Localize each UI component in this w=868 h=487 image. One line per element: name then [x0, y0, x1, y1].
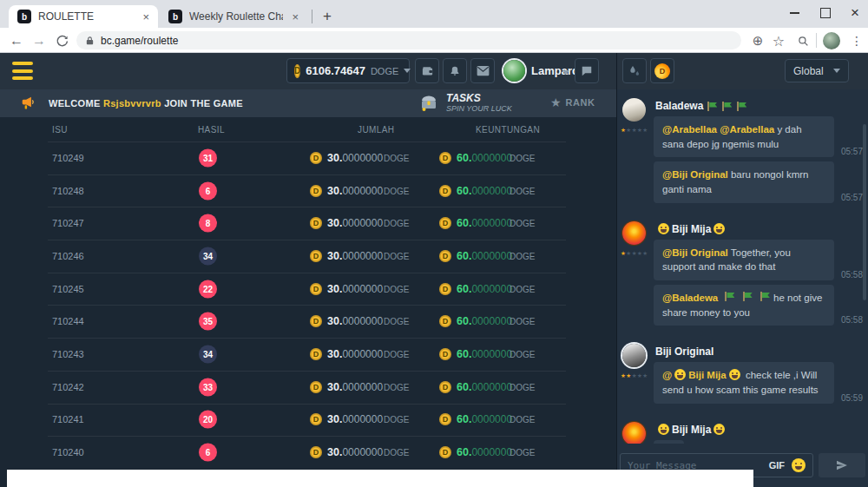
user-mention[interactable]: @Baladewa: [662, 293, 718, 303]
user-mention[interactable]: @Biji Original: [662, 247, 728, 258]
doge-coin-icon: [439, 381, 451, 393]
user-mention[interactable]: @Biji Mija: [662, 370, 743, 380]
balance-selector[interactable]: 6106.74647 DOGE: [286, 58, 410, 83]
search-extension-icon[interactable]: [793, 31, 812, 50]
gif-button[interactable]: GIF: [769, 460, 785, 471]
round-id: 710248: [52, 186, 84, 196]
avatar[interactable]: [622, 422, 646, 444]
tab-title: ROULETTE: [38, 10, 94, 23]
chat-username[interactable]: Biji Mija: [672, 223, 711, 235]
chat-message-list: ★★★★★ Baladewa @Arabellaa @Arabel: [617, 89, 868, 444]
round-id: 710241: [52, 414, 84, 424]
doge-coin-icon: [439, 185, 451, 197]
bet-amount: 30.0000000: [327, 185, 383, 197]
result-badge: 6: [199, 444, 217, 462]
browser-profile-avatar[interactable]: [823, 32, 840, 49]
bcgame-page: 6106.74647 DOGE Lampard: [0, 53, 868, 487]
user-mention[interactable]: @Biji Original: [662, 169, 728, 180]
bet-amount: 30.0000000: [327, 217, 383, 229]
rank-shortcut[interactable]: RANK: [550, 96, 595, 109]
notifications-button[interactable]: [443, 58, 467, 83]
profit-amount: 60.0000000: [457, 413, 512, 425]
tab-strip: ROULETTE Weekly Roulette Challenge - Win: [0, 0, 868, 28]
table-row[interactable]: 710242 33 30.0000000 DOGE 60.0000000 DOG…: [0, 371, 616, 404]
url-text: bc.game/roulette: [101, 35, 178, 47]
column-header-jumlah: JUMLAH: [358, 125, 394, 135]
profit-currency: DOGE: [510, 448, 535, 457]
welcome-message: WELCOME Rsjsbvvrvrb JOIN THE GAME: [49, 98, 243, 109]
user-rating: ★★★★★: [621, 372, 648, 379]
doge-coin-icon: [310, 348, 322, 360]
results-table-body: 710249 31 30.0000000 DOGE 60.0000000 DOG…: [0, 141, 616, 469]
table-row[interactable]: 710241 20 30.0000000 DOGE 60.0000000 DOG…: [0, 404, 616, 437]
table-row[interactable]: 710248 6 30.0000000 DOGE 60.0000000 DOGE: [0, 174, 616, 207]
green-flag-icon: [736, 102, 747, 111]
reload-button[interactable]: [52, 31, 71, 50]
wallet-button[interactable]: [415, 58, 439, 83]
browser-tab-weekly-challenge[interactable]: Weekly Roulette Challenge - Win: [160, 5, 307, 28]
chat-toggle-button[interactable]: [575, 58, 599, 83]
address-bar[interactable]: bc.game/roulette: [76, 31, 741, 49]
bet-amount: 30.0000000: [327, 283, 383, 295]
tab-close-icon[interactable]: [292, 11, 299, 23]
doge-coin-icon: [294, 64, 300, 78]
profit-amount: 60.0000000: [457, 348, 512, 360]
chat-bubble: @Baladewa he not give share money to you: [654, 285, 834, 326]
bet-currency: DOGE: [384, 284, 409, 293]
avatar[interactable]: [622, 98, 646, 122]
speech-bubble-icon: [581, 65, 593, 77]
forward-button[interactable]: [30, 31, 49, 50]
avatar[interactable]: [622, 344, 646, 367]
rank-label: RANK: [566, 97, 595, 108]
chat-room-select[interactable]: Global: [785, 59, 849, 82]
profit-currency: DOGE: [510, 219, 535, 228]
tab-close-icon[interactable]: [142, 11, 149, 23]
bonus-coin-button[interactable]: [650, 58, 674, 83]
zoom-plus-icon[interactable]: [748, 31, 767, 50]
table-row[interactable]: 710245 22 30.0000000 DOGE 60.0000000 DOG…: [0, 273, 616, 306]
new-tab-button[interactable]: [318, 7, 337, 26]
tasks-shortcut[interactable]: TASKS SPIN YOUR LUCK: [418, 92, 512, 113]
user-mention[interactable]: @Arabellaa: [662, 124, 717, 135]
window-maximize-button[interactable]: [811, 0, 840, 26]
window-close-button[interactable]: [840, 0, 868, 26]
send-button[interactable]: [819, 453, 865, 477]
grinning-emoji-icon: [658, 424, 669, 435]
profit-currency: DOGE: [510, 415, 535, 424]
result-badge: 35: [199, 313, 217, 331]
browser-tab-roulette[interactable]: ROULETTE: [9, 5, 158, 28]
table-row[interactable]: 710246 34 30.0000000 DOGE 60.0000000 DOG…: [0, 240, 616, 273]
hamburger-menu-icon[interactable]: [12, 62, 33, 80]
avatar[interactable]: [622, 221, 646, 245]
emoji-picker-icon[interactable]: [792, 458, 806, 472]
chat-username[interactable]: Biji Original: [655, 346, 713, 358]
user-name[interactable]: Lampard: [531, 64, 579, 77]
chat-username[interactable]: Baladewa: [655, 100, 703, 112]
table-row[interactable]: 710244 35 30.0000000 DOGE 60.0000000 DOG…: [0, 305, 616, 338]
table-row[interactable]: 710249 31 30.0000000 DOGE 60.0000000 DOG…: [0, 141, 616, 174]
messages-button[interactable]: [470, 58, 495, 83]
doge-coin-icon: [310, 217, 322, 229]
profit-currency: DOGE: [510, 251, 535, 260]
chevron-down-icon[interactable]: [562, 70, 569, 75]
paper-plane-icon: [835, 458, 849, 472]
coin-rain-button[interactable]: [622, 58, 647, 83]
bcgame-favicon-icon: [17, 10, 31, 23]
chat-username[interactable]: Biji Mija: [672, 424, 711, 436]
user-avatar[interactable]: [503, 60, 525, 82]
profit-currency: DOGE: [510, 349, 535, 359]
doge-coin-icon: [439, 348, 451, 360]
table-row[interactable]: 710243 34 30.0000000 DOGE 60.0000000 DOG…: [0, 338, 616, 371]
table-row[interactable]: 710240 6 30.0000000 DOGE 60.0000000 DOGE: [0, 436, 616, 469]
browser-menu-icon[interactable]: [847, 31, 866, 50]
treasure-chest-icon: [418, 92, 439, 113]
bookmark-star-icon[interactable]: [769, 31, 788, 50]
back-button[interactable]: [7, 31, 26, 50]
bet-amount: 30.0000000: [327, 315, 383, 327]
result-badge: 31: [199, 148, 217, 167]
user-mention[interactable]: @Arabellaa: [720, 124, 774, 135]
window-minimize-button[interactable]: [779, 0, 809, 26]
lock-icon: [85, 36, 95, 46]
table-row[interactable]: 710247 8 30.0000000 DOGE 60.0000000 DOGE: [0, 207, 616, 240]
chat-scrollbar-thumb[interactable]: [863, 124, 866, 300]
